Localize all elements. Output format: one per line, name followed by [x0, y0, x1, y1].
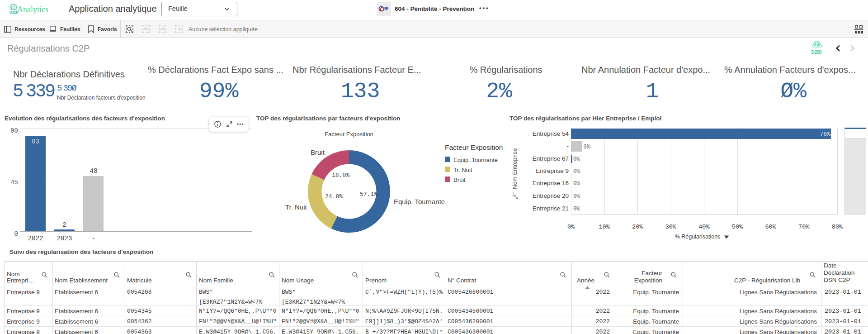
- svg-text:D2BI: D2BI: [811, 50, 822, 55]
